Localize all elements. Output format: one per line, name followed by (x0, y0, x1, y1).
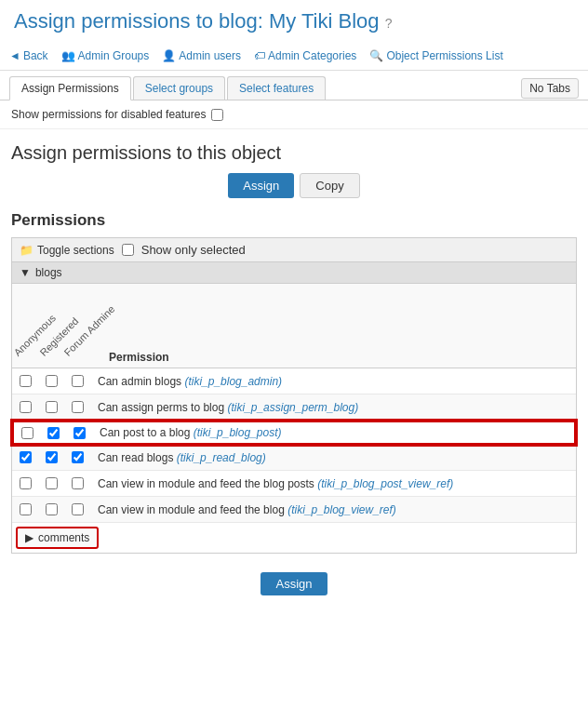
page-title: Assign permissions to blog: My Tiki Blog… (14, 9, 574, 33)
triangle-right-icon: ▶ (25, 531, 33, 544)
cb-forum-view-blog[interactable] (64, 500, 90, 519)
comments-section-header[interactable]: ▶ comments (16, 527, 99, 549)
cb-reg-view-posts[interactable] (38, 474, 64, 493)
cb-anon-view-blog[interactable] (12, 500, 38, 519)
show-disabled-row: Show permissions for disabled features (0, 100, 588, 129)
assign-object-title: Assign permissions to this object (11, 142, 577, 164)
folder-icon: 📁 (20, 244, 33, 257)
cb-forum-admin-blogs[interactable] (64, 371, 90, 391)
back-link[interactable]: ◄ Back (9, 49, 48, 62)
perms-toolbar: 📁 Toggle sections Show only selected (12, 238, 576, 262)
permissions-section: Permissions 📁 Toggle sections Show only … (0, 211, 588, 614)
cb-anon-admin-blogs[interactable] (12, 371, 38, 391)
triangle-down-icon: ▼ (20, 266, 31, 279)
cb-anon-post-blog[interactable] (14, 423, 40, 443)
assign-object-section: Assign permissions to this object Assign… (0, 129, 588, 211)
copy-button[interactable]: Copy (300, 173, 359, 198)
object-permissions-icon: 🔍 (369, 49, 383, 62)
help-icon[interactable]: ? (385, 16, 393, 31)
perm-name-read-blogs: Can read blogs (tiki_p_read_blog) (90, 448, 576, 468)
admin-groups-link[interactable]: 👥 Admin Groups (61, 49, 150, 62)
bottom-assign-row: Assign (11, 563, 577, 605)
perm-name-view-blog: Can view in module and feed the blog (ti… (90, 500, 576, 520)
admin-categories-icon: 🏷 (254, 49, 265, 62)
column-headers-row: Anonymous Registered Forum Admine Permis… (12, 284, 576, 368)
no-tabs-button[interactable]: No Tabs (521, 78, 579, 99)
tab-select-features[interactable]: Select features (227, 76, 326, 100)
blogs-section-header[interactable]: ▼ blogs (12, 262, 576, 284)
nav-bar: ◄ Back 👥 Admin Groups 👤 Admin users 🏷 Ad… (0, 46, 588, 71)
tabs-bar: Assign Permissions Select groups Select … (0, 71, 588, 100)
page-header: Assign permissions to blog: My Tiki Blog… (0, 0, 588, 46)
show-only-label: Show only selected (141, 243, 246, 257)
perm-name-view-posts: Can view in module and feed the blog pos… (90, 474, 576, 494)
perm-row-assign-perms: Can assign perms to blog (tiki_p_assign_… (12, 394, 576, 421)
perm-name-post-blog: Can post to a blog (tiki_p_blog_post) (92, 422, 574, 443)
object-permissions-link[interactable]: 🔍 Object Permissions List (369, 49, 502, 62)
perm-row-admin-blogs: Can admin blogs (tiki_p_blog_admin) (12, 368, 576, 394)
tab-select-groups[interactable]: Select groups (133, 76, 225, 100)
admin-users-icon: 👤 (162, 49, 176, 62)
perm-row-post-blog: Can post to a blog (tiki_p_blog_post) (12, 421, 576, 445)
tabs-left: Assign Permissions Select groups Select … (9, 76, 327, 100)
show-disabled-checkbox[interactable] (211, 109, 223, 121)
perm-name-admin-blogs: Can admin blogs (tiki_p_blog_admin) (90, 371, 576, 392)
diagonal-headers-container: Anonymous Registered Forum Admine (12, 284, 101, 368)
cb-forum-read-blogs[interactable] (64, 448, 90, 467)
perm-row-view-module-blog: Can view in module and feed the blog (ti… (12, 497, 576, 523)
back-icon: ◄ (9, 49, 20, 62)
cb-forum-assign-perms[interactable] (64, 397, 90, 417)
admin-users-link[interactable]: 👤 Admin users (162, 49, 241, 62)
toggle-sections-item[interactable]: 📁 Toggle sections (20, 244, 114, 257)
perm-row-view-module-posts: Can view in module and feed the blog pos… (12, 471, 576, 497)
assign-button-top[interactable]: Assign (228, 173, 294, 198)
permission-column-header: Permission (101, 347, 576, 368)
permissions-title: Permissions (11, 211, 577, 230)
comments-wrapper: ▶ comments (12, 523, 576, 553)
assign-button-bottom[interactable]: Assign (261, 572, 327, 595)
perm-row-read-blogs: Can read blogs (tiki_p_read_blog) (12, 445, 576, 471)
assign-copy-row: Assign Copy (11, 173, 577, 198)
cb-reg-read-blogs[interactable] (38, 448, 64, 467)
blogs-section-label: blogs (35, 266, 62, 279)
permissions-table: 📁 Toggle sections Show only selected ▼ b… (11, 237, 577, 554)
comments-label: comments (38, 531, 89, 544)
admin-groups-icon: 👥 (61, 49, 75, 62)
cb-reg-admin-blogs[interactable] (38, 371, 64, 391)
cb-anon-view-posts[interactable] (12, 474, 38, 493)
cb-reg-post-blog[interactable] (40, 423, 66, 443)
perm-name-assign-perms: Can assign perms to blog (tiki_p_assign_… (90, 397, 576, 418)
cb-forum-post-blog[interactable] (66, 423, 92, 443)
cb-anon-read-blogs[interactable] (12, 448, 38, 467)
cb-anon-assign-perms[interactable] (12, 397, 38, 417)
page-container: Assign permissions to blog: My Tiki Blog… (0, 0, 588, 614)
show-only-selected-checkbox[interactable] (122, 244, 134, 256)
cb-forum-view-posts[interactable] (64, 474, 90, 493)
tab-assign-permissions[interactable]: Assign Permissions (9, 76, 131, 100)
toggle-sections-label: Toggle sections (37, 244, 114, 257)
cb-reg-view-blog[interactable] (38, 500, 64, 519)
admin-categories-link[interactable]: 🏷 Admin Categories (254, 49, 356, 62)
cb-reg-assign-perms[interactable] (38, 397, 64, 417)
